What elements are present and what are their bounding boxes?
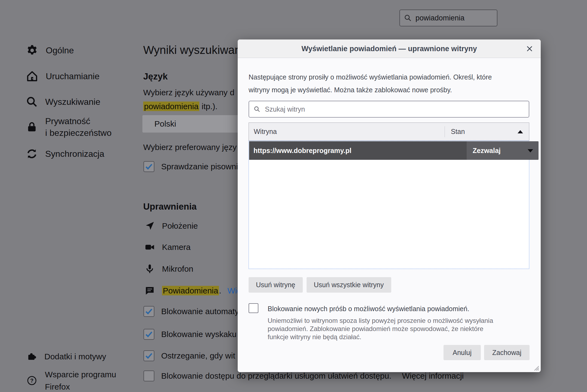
preferences-search-box[interactable]: powiadomienia <box>399 10 497 26</box>
chevron-down-icon <box>528 149 533 152</box>
preferences-search-value: powiadomienia <box>415 14 464 22</box>
sidebar-item-general[interactable]: Ogólne <box>26 44 74 57</box>
status-dropdown-value: Zezwalaj <box>473 141 501 160</box>
sidebar-item-label: Prywatność i bezpieczeństwo <box>45 115 112 139</box>
preferred-language-line: Wybierz preferowany języ <box>143 143 237 152</box>
close-icon[interactable] <box>525 44 534 53</box>
language-description-line2: powiadomienia itp.). <box>143 102 218 111</box>
block-popups-checkbox[interactable] <box>143 329 154 340</box>
sidebar-item-sync[interactable]: Synchronizacja <box>26 147 104 161</box>
search-icon <box>253 106 261 113</box>
remove-buttons-row: Usuń witrynę Usuń wszystkie witryny <box>249 277 391 293</box>
checkmark-icon <box>144 351 154 360</box>
dialog-header: Wyświetlanie powiadomień — uprawnione wi… <box>238 39 541 58</box>
sidebar-item-support[interactable]: ? Wsparcie programu Firefox <box>27 367 116 392</box>
search-highlight: Powiadomienia <box>162 286 219 295</box>
microphone-icon <box>145 264 155 274</box>
sidebar-item-search[interactable]: Wyszukiwanie <box>26 95 100 109</box>
site-row-selected[interactable]: https://www.dobreprogramy.pl Zezwalaj <box>249 141 529 160</box>
sidebar-item-label: Wsparcie programu Firefox <box>45 368 116 392</box>
more-info-link[interactable]: Więcej informacji <box>402 371 464 381</box>
sidebar-item-label: Uruchamianie <box>46 71 99 82</box>
column-header-status[interactable]: Stan <box>451 123 465 140</box>
page-title: Wyniki wyszukiwan <box>143 44 241 57</box>
permission-location: Położenie <box>145 219 198 233</box>
column-divider <box>445 126 445 137</box>
camera-icon <box>145 242 155 252</box>
dialog-description: Następujące strony prosiły o możliwość w… <box>249 71 492 96</box>
svg-text:?: ? <box>30 378 33 384</box>
sort-ascending-icon[interactable] <box>518 130 523 133</box>
checkmark-icon <box>144 307 154 316</box>
sidebar-item-label: Dodatki i motywy <box>44 350 106 363</box>
firefox-preferences-screen: powiadomienia Ogólne Uruchamianie Wyszuk… <box>0 0 587 392</box>
status-dropdown[interactable]: Zezwalaj <box>467 141 539 160</box>
permissions-heading: Uprawnienia <box>143 201 197 212</box>
notifications-permissions-dialog: Wyświetlanie powiadomień — uprawnione wi… <box>238 39 541 372</box>
save-button[interactable]: Zachowaj <box>484 345 530 360</box>
site-search-box[interactable] <box>249 101 529 118</box>
sidebar-item-addons[interactable]: Dodatki i motywy <box>27 350 106 363</box>
language-description-line1: Wybierz język używany d <box>143 88 234 97</box>
sidebar-item-label: Synchronizacja <box>45 148 104 160</box>
table-header: Witryna Stan <box>249 122 529 141</box>
checkmark-icon <box>144 330 154 339</box>
resize-grip[interactable] <box>532 364 539 371</box>
remove-all-sites-button[interactable]: Usuń wszystkie witryny <box>307 277 391 293</box>
search-icon <box>404 14 412 22</box>
gear-icon <box>26 44 38 57</box>
block-accessibility-checkbox[interactable] <box>143 370 154 381</box>
home-icon <box>26 70 38 82</box>
checkmark-icon <box>144 162 154 171</box>
sidebar-item-label: Ogólne <box>46 45 74 56</box>
lock-icon <box>26 121 38 133</box>
sync-icon <box>26 148 38 160</box>
block-popups-row: Blokowanie wyskaku <box>143 327 237 342</box>
permission-camera: Kamera <box>145 240 191 254</box>
block-autoplay-checkbox[interactable] <box>143 306 154 317</box>
cancel-button[interactable]: Anuluj <box>444 345 481 360</box>
column-header-site[interactable]: Witryna <box>254 123 277 140</box>
block-new-requests-label: Blokowanie nowych próśb o możliwość wyśw… <box>268 305 469 313</box>
warn-addons-row: Ostrzeganie, gdy wit <box>143 348 235 363</box>
permission-notifications: Powiadomienia. Wię <box>145 284 241 298</box>
permission-microphone: Mikrofon <box>145 262 193 276</box>
block-autoplay-row: Blokowanie automaty <box>143 304 239 319</box>
block-new-requests-checkbox[interactable] <box>249 303 258 313</box>
sidebar-item-home[interactable]: Uruchamianie <box>26 69 99 83</box>
location-icon <box>145 221 155 231</box>
sidebar-item-label: Wyszukiwanie <box>45 96 100 108</box>
dialog-title: Wyświetlanie powiadomień — uprawnione wi… <box>238 39 541 58</box>
spellcheck-row: Sprawdzanie pisowni <box>143 160 238 174</box>
sites-listbox[interactable]: https://www.dobreprogramy.pl Zezwalaj <box>249 141 529 269</box>
remove-site-button[interactable]: Usuń witrynę <box>249 277 303 293</box>
puzzle-icon <box>27 352 36 361</box>
help-icon: ? <box>27 376 37 385</box>
block-new-requests-description: Uniemożliwi to witrynom spoza listy powy… <box>268 317 493 341</box>
site-search-input[interactable] <box>264 105 509 114</box>
search-highlight: powiadomienia <box>143 102 199 111</box>
spellcheck-checkbox[interactable] <box>143 161 154 172</box>
spellcheck-label: Sprawdzanie pisowni <box>161 162 238 171</box>
search-icon <box>26 96 38 108</box>
warn-addons-checkbox[interactable] <box>143 350 154 361</box>
language-heading: Język <box>143 71 168 82</box>
sidebar-item-privacy[interactable]: Prywatność i bezpieczeństwo <box>26 114 112 140</box>
site-url: https://www.dobreprogramy.pl <box>253 141 351 160</box>
chat-bubble-icon <box>145 286 155 296</box>
